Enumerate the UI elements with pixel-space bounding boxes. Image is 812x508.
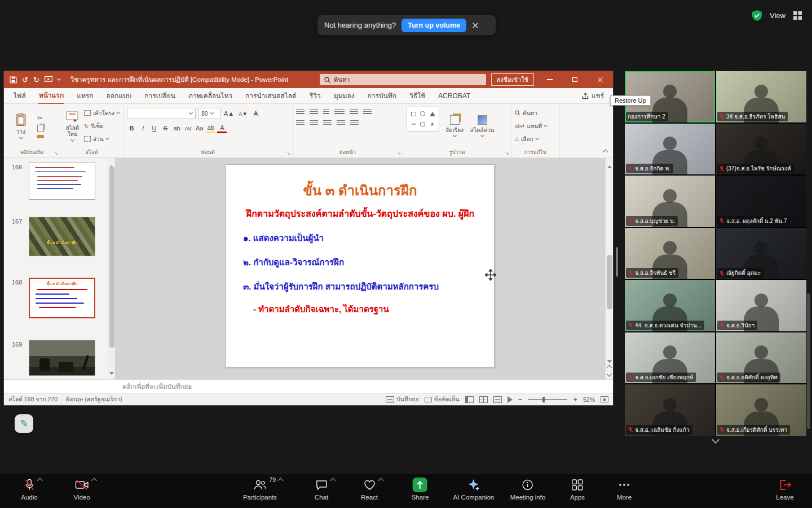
view-label[interactable]: View (770, 11, 785, 20)
decrease-indent-icon[interactable] (323, 109, 329, 115)
close-icon[interactable] (472, 22, 479, 29)
video-options-caret[interactable] (91, 478, 97, 484)
slideshow-view-button[interactable] (508, 396, 513, 403)
more-button[interactable]: More (617, 478, 632, 501)
close-window-button[interactable] (588, 71, 613, 88)
tab-help[interactable]: วิธีใช้ (409, 87, 426, 104)
participant-tile[interactable]: จ.ส.อ.เกียรติศักดิ์ บรรเทา (716, 384, 806, 436)
slide-thumbnail-selected[interactable]: ขั้น ๓ ดำเนินการฝึก (29, 278, 95, 318)
undo-icon[interactable]: ↺ (22, 76, 28, 84)
font-size-combo[interactable]: 80 (198, 108, 220, 119)
participants-options-caret[interactable] (278, 478, 284, 484)
sign-in-button[interactable]: ลงชื่อเข้าใช้ (491, 73, 534, 86)
clipboard-dialog-launcher[interactable]: ↘ (54, 151, 58, 156)
bold-button[interactable]: B (127, 123, 136, 133)
zoom-in-button[interactable]: + (573, 395, 577, 404)
collapse-gallery-button[interactable] (698, 435, 733, 447)
save-icon[interactable] (10, 76, 17, 84)
apps-button[interactable]: Apps (570, 478, 585, 501)
chat-options-caret[interactable] (330, 478, 336, 484)
zoom-percentage[interactable]: 52% (583, 396, 595, 403)
participant-tile[interactable]: 3จ๋ จ.ส.อ.ธีรภัทร โพธิสน (716, 71, 806, 122)
find-button[interactable]: ค้นหา (515, 108, 547, 118)
font-name-combo[interactable] (127, 108, 196, 119)
participant-tile[interactable]: 44. จ.ส.อ.ดวงเด่น จำปาน... (625, 280, 715, 331)
ai-companion-button[interactable]: AI Companion (453, 478, 495, 501)
tab-review[interactable]: รีวิว (309, 87, 321, 104)
share-button[interactable]: Share (412, 478, 429, 501)
shapes-gallery[interactable]: ⇒★ (407, 107, 439, 132)
italic-button[interactable]: I (138, 123, 148, 133)
tab-acrobat[interactable]: ACROBAT (438, 89, 471, 103)
slide-sorter-view-button[interactable] (479, 396, 488, 403)
comments-toggle[interactable]: ข้อคิดเห็น (425, 395, 460, 404)
quick-styles-button[interactable]: สไตล์ด่วน (470, 107, 495, 145)
slide[interactable]: ขั้น ๓ ดำเนินการฝึก ฝึกตามวัตถุประสงค์ตา… (226, 164, 495, 367)
redo-icon[interactable]: ↻ (33, 76, 39, 84)
format-painter-icon[interactable] (37, 135, 44, 138)
participant-tile[interactable]: จ.ส.อ.จีรพันธ์ ชรี (625, 228, 715, 279)
increase-indent-icon[interactable] (334, 109, 345, 115)
tab-animations[interactable]: ภาพเคลื่อนไหว (188, 87, 233, 104)
fit-to-window-icon[interactable] (601, 396, 608, 402)
section-button[interactable]: ส่วน (84, 134, 120, 144)
audio-options-caret[interactable] (37, 478, 43, 484)
participants-button[interactable]: 79 Participants (243, 478, 277, 501)
paste-button[interactable]: วาง (7, 107, 34, 145)
participant-tile[interactable]: จ.ส.อ. ผดุงศักดิ์ ม.2 พัน.7 (716, 176, 806, 227)
drawing-dialog-launcher[interactable]: ↘ (505, 151, 509, 156)
cut-icon[interactable]: ✂ (37, 114, 44, 122)
tab-insert[interactable]: แทรก (76, 87, 94, 104)
font-color-button[interactable]: A (217, 123, 227, 133)
numbering-icon[interactable] (310, 109, 318, 115)
justify-icon[interactable] (337, 120, 345, 126)
highlight-color-button[interactable]: ab (206, 123, 215, 133)
slide-thumbnail[interactable] (29, 340, 95, 376)
notes-toggle[interactable]: บันทึกย่อ (386, 395, 419, 404)
annotate-button[interactable]: ✎ (15, 414, 33, 433)
tab-transitions[interactable]: การเปลี่ยน (144, 87, 176, 104)
react-button[interactable]: React (361, 478, 378, 501)
zoom-out-button[interactable]: − (518, 395, 523, 404)
panel-resize-handle[interactable] (616, 247, 618, 277)
slide-thumbnail[interactable]: ขั้น ๓ ดำเนินการฝึก (29, 217, 95, 256)
bullets-icon[interactable] (296, 109, 304, 115)
video-button[interactable]: Video (73, 478, 90, 501)
tab-slideshow[interactable]: การนำเสนอสไลด์ (245, 87, 297, 104)
ppt-search-box[interactable]: ค้นหา (320, 74, 486, 85)
change-case-button[interactable]: Aa (195, 123, 204, 133)
character-spacing-button[interactable]: AV (183, 123, 193, 133)
reset-button[interactable]: ↻รีเซ็ต (84, 121, 120, 131)
slide-thumbnail[interactable] (29, 163, 95, 200)
arrange-button[interactable]: จัดเรียง (442, 107, 467, 145)
text-shadow-button[interactable]: ab (172, 123, 182, 133)
shrink-font-button[interactable]: A▼ (237, 108, 249, 119)
previous-slide-button[interactable] (607, 365, 612, 371)
line-spacing-icon[interactable] (350, 109, 358, 115)
align-center-icon[interactable] (310, 120, 318, 126)
copy-icon[interactable] (37, 125, 44, 132)
columns-icon[interactable] (350, 120, 359, 126)
replace-button[interactable]: ab⇄แทนที่ (515, 121, 547, 131)
notes-pane[interactable]: คลิกเพื่อที่จะเพิ่มบันทึกย่อ (4, 379, 613, 393)
tab-design[interactable]: ออกแบบ (106, 87, 133, 104)
turn-up-volume-button[interactable]: Turn up volume (401, 19, 466, 32)
language-indicator[interactable]: อังกฤษ (สหรัฐอเมริกา) (65, 395, 122, 404)
participant-tile[interactable]: จ.ส.อ.จักกิต พ. (625, 124, 715, 175)
react-options-caret[interactable] (378, 478, 383, 484)
tab-home[interactable]: หน้าแรก (38, 87, 64, 104)
audio-button[interactable]: Audio (21, 478, 37, 501)
normal-view-button[interactable] (465, 396, 474, 403)
view-grid-icon[interactable] (793, 11, 802, 20)
layout-button[interactable]: เค้าโครง (84, 108, 120, 118)
ppt-share-button[interactable]: แชร์ (582, 90, 604, 101)
align-left-icon[interactable] (296, 120, 304, 126)
qat-customize-icon[interactable] (57, 77, 61, 81)
participant-tile[interactable]: จ.ส.อ. เฉลิมชัย กิ่งแก้ว (625, 384, 715, 436)
new-slide-button[interactable]: สไลด์ใหม่ (64, 107, 81, 145)
gallery-scrollbar[interactable] (807, 294, 810, 429)
tab-recording[interactable]: การบันทึก (367, 87, 397, 104)
next-slide-button[interactable] (607, 371, 612, 377)
font-dialog-launcher[interactable]: ↘ (286, 151, 290, 156)
slide-scrollbar[interactable] (605, 158, 613, 379)
